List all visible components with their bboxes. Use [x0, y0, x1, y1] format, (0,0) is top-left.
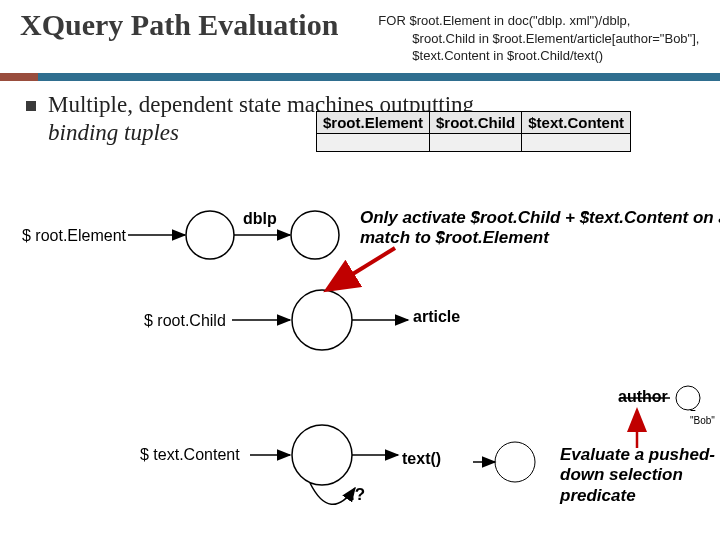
cell-2 [522, 133, 631, 151]
edge-label-author: author [618, 388, 668, 406]
code-block: FOR $root.Element in doc("dblp. xml")/db… [378, 8, 699, 65]
tuple-col-0: $root.Element [317, 111, 430, 133]
tuple-data-row [317, 133, 631, 151]
code-line-1: FOR $root.Element in doc("dblp. xml")/db… [378, 12, 699, 30]
tuple-table: $root.Element $root.Child $text.Content [316, 111, 631, 152]
label-set: set [509, 455, 526, 470]
code-line-2: $root.Child in $root.Element/article[aut… [378, 30, 699, 48]
edge-label-dblp: dblp [243, 210, 277, 228]
note-activate: Only activate $root.Child + $text.Conten… [360, 208, 720, 249]
edge-label-textfn: text() [402, 450, 441, 468]
tuple-col-2: $text.Content [522, 111, 631, 133]
edge-label-article: article [413, 308, 460, 326]
note-predicate: Evaluate a pushed-down selection predica… [560, 445, 720, 506]
label-rootElement: $ root.Element [22, 227, 126, 245]
label-eqBob: = "Bob" [690, 404, 720, 426]
tuple-col-1: $root.Child [430, 111, 522, 133]
code-line-3: $text.Content in $root.Child/text() [378, 47, 699, 65]
divider [0, 73, 720, 81]
cell-1 [430, 133, 522, 151]
header: XQuery Path Evaluation FOR $root.Element… [0, 0, 720, 65]
tuple-header-row: $root.Element $root.Child $text.Content [317, 111, 631, 133]
cell-0 [317, 133, 430, 151]
bullet-square [26, 101, 36, 111]
label-textContent: $ text.Content [140, 446, 240, 464]
edge-label-q: .? [350, 485, 365, 505]
label-rootChild: $ root.Child [144, 312, 226, 330]
bullet-line2: binding tuples [48, 120, 179, 145]
page-title: XQuery Path Evaluation [20, 8, 378, 41]
